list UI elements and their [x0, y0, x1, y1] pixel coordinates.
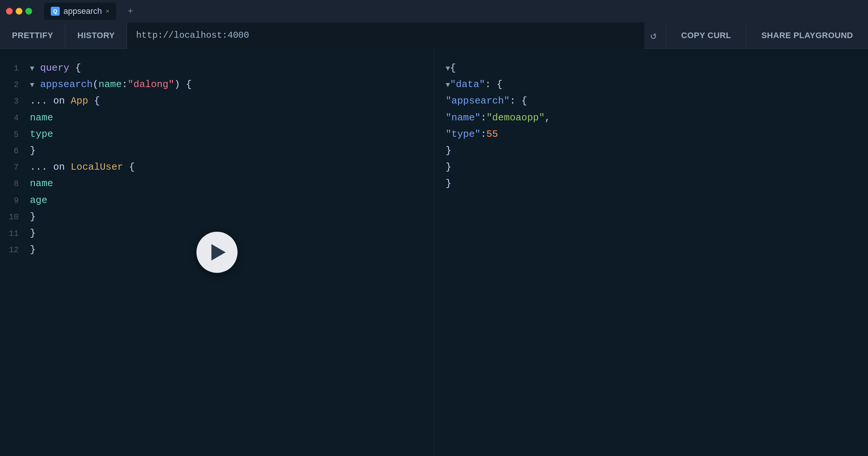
share-playground-button[interactable]: SHARE PLAYGROUND — [746, 22, 868, 49]
line-content: name — [26, 175, 434, 192]
line-content: } — [26, 209, 434, 225]
line-number: 12 — [0, 243, 26, 257]
line-content: ... on LocalUser { — [26, 159, 434, 175]
maximize-window-button[interactable] — [25, 8, 32, 15]
output-line: ▼ "data": { — [442, 76, 861, 93]
line-number: 9 — [0, 194, 26, 208]
play-button-wrapper — [196, 232, 238, 273]
line-number: 10 — [0, 210, 26, 224]
editor-line: 4 name — [0, 110, 434, 126]
line-number: 8 — [0, 177, 26, 191]
line-content: ▼ query { — [26, 60, 434, 76]
editor-line: 5 type — [0, 126, 434, 142]
output-line: } — [442, 175, 861, 192]
run-query-button[interactable] — [196, 232, 238, 273]
traffic-lights — [6, 8, 32, 15]
browser-tab[interactable]: Q appsearch × — [44, 3, 116, 20]
play-icon — [211, 244, 226, 261]
reload-button[interactable]: ↺ — [644, 26, 663, 45]
output-line: "type": 55 — [442, 126, 861, 142]
output-area: ▼ {▼ "data": { "appsearch": { "name": "d… — [434, 49, 868, 203]
editor-line: 8 name — [0, 175, 434, 192]
tab-favicon: Q — [51, 7, 60, 16]
line-number: 5 — [0, 128, 26, 142]
titlebar: Q appsearch × + — [0, 0, 868, 22]
editor-panel[interactable]: 1▼ query {2▼ appsearch(name:"dalong") {3… — [0, 49, 434, 456]
output-line: ▼ { — [442, 60, 861, 76]
output-line: } — [442, 159, 861, 175]
output-panel: ▼ {▼ "data": { "appsearch": { "name": "d… — [434, 49, 868, 456]
minimize-window-button[interactable] — [16, 8, 22, 15]
line-number: 6 — [0, 144, 26, 158]
editor-line: 3 ... on App { — [0, 93, 434, 109]
prettify-button[interactable]: PRETTIFY — [0, 22, 65, 49]
editor-line: 1▼ query { — [0, 60, 434, 76]
line-content: age — [26, 192, 434, 209]
tab-close-button[interactable]: × — [106, 7, 110, 15]
line-content: type — [26, 126, 434, 142]
editor-line: 7 ... on LocalUser { — [0, 159, 434, 175]
editor-line: 10 } — [0, 209, 434, 225]
new-tab-button[interactable]: + — [124, 4, 137, 18]
output-line: } — [442, 142, 861, 159]
editor-line: 2▼ appsearch(name:"dalong") { — [0, 76, 434, 93]
copy-curl-button[interactable]: COPY CURL — [666, 22, 746, 49]
output-line: "name": "demoaopp", — [442, 110, 861, 126]
line-content: ▼ appsearch(name:"dalong") { — [26, 76, 434, 93]
line-number: 2 — [0, 78, 26, 92]
main-area: 1▼ query {2▼ appsearch(name:"dalong") {3… — [0, 49, 868, 456]
line-number: 4 — [0, 111, 26, 125]
line-content: ... on App { — [26, 93, 434, 109]
editor-line: 6 } — [0, 142, 434, 159]
tab-label: appsearch — [63, 6, 102, 16]
line-number: 1 — [0, 62, 26, 76]
line-number: 3 — [0, 95, 26, 108]
line-content: } — [26, 142, 434, 159]
url-input[interactable] — [136, 30, 635, 40]
line-content: name — [26, 110, 434, 126]
line-number: 11 — [0, 227, 26, 241]
close-window-button[interactable] — [6, 8, 13, 15]
output-line: "appsearch": { — [442, 93, 861, 109]
history-button[interactable]: HISTORY — [65, 22, 127, 49]
editor-line: 9 age — [0, 192, 434, 209]
line-number: 7 — [0, 161, 26, 175]
url-bar — [127, 22, 644, 49]
toolbar: PRETTIFY HISTORY ↺ COPY CURL SHARE PLAYG… — [0, 22, 868, 49]
